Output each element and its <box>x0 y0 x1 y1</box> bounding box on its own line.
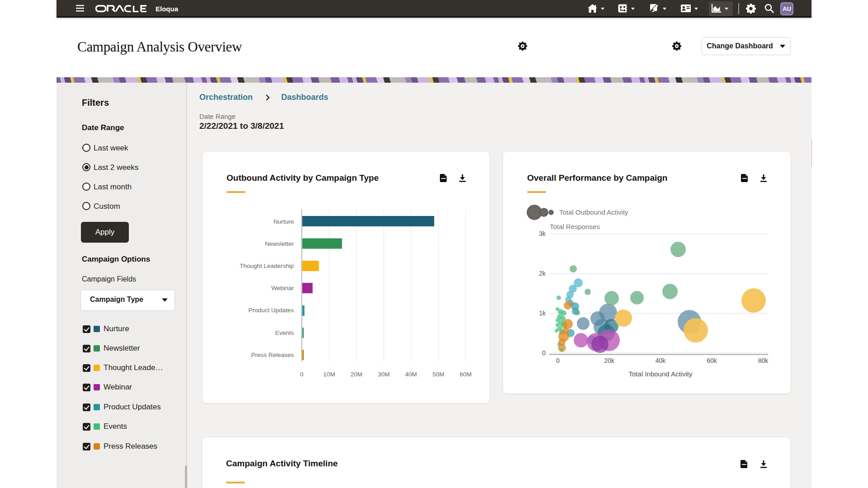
svg-text:Press Releases: Press Releases <box>251 352 294 358</box>
svg-text:2k: 2k <box>539 270 546 277</box>
svg-text:40M: 40M <box>405 371 417 378</box>
svg-text:10M: 10M <box>323 371 335 378</box>
svg-text:Total Responses: Total Responses <box>550 223 600 230</box>
svg-text:3k: 3k <box>539 230 546 237</box>
svg-text:60M: 60M <box>460 371 472 378</box>
svg-text:0: 0 <box>556 357 560 364</box>
svg-text:50M: 50M <box>432 371 444 378</box>
svg-text:Thought Leadership: Thought Leadership <box>240 263 294 269</box>
svg-text:Total Outbound Activity: Total Outbound Activity <box>559 208 628 216</box>
svg-text:0: 0 <box>542 349 546 357</box>
svg-text:Total Inbound Activity: Total Inbound Activity <box>629 370 693 378</box>
svg-text:1k: 1k <box>539 310 546 317</box>
svg-text:Webinar: Webinar <box>271 285 294 291</box>
svg-text:60k: 60k <box>707 357 717 364</box>
svg-text:Product Updates: Product Updates <box>248 307 294 314</box>
svg-text:0: 0 <box>300 371 304 378</box>
svg-text:40k: 40k <box>656 357 666 364</box>
svg-text:Newsletter: Newsletter <box>265 240 294 247</box>
svg-text:Nurture: Nurture <box>274 218 294 225</box>
svg-text:80k: 80k <box>758 357 769 364</box>
svg-text:20M: 20M <box>350 371 362 378</box>
svg-text:Events: Events <box>275 329 294 336</box>
svg-text:20k: 20k <box>604 357 615 364</box>
svg-text:30M: 30M <box>378 371 390 378</box>
